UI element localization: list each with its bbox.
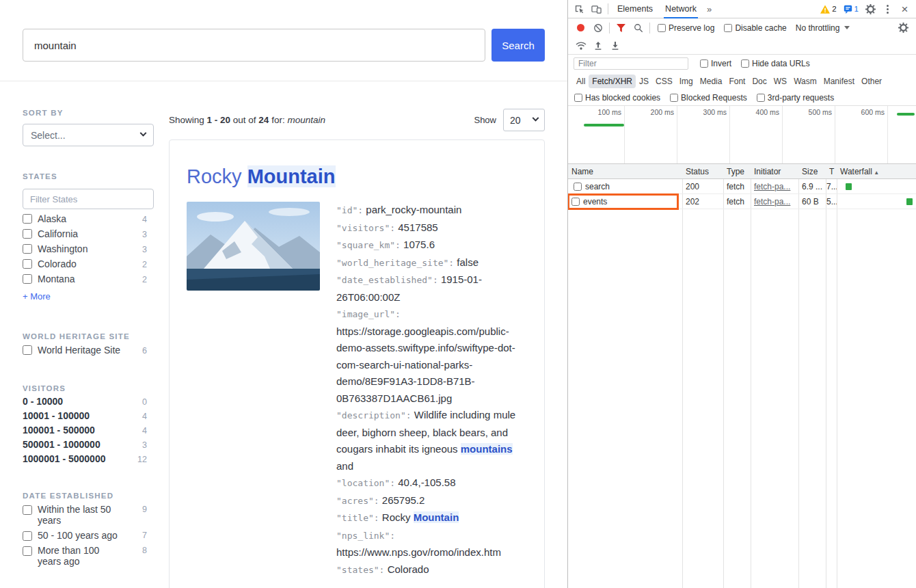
warnings-badge[interactable]: 2 bbox=[820, 5, 836, 14]
network-conditions-icon[interactable] bbox=[572, 37, 589, 54]
filter-chip-css[interactable]: CSS bbox=[652, 75, 676, 88]
date-established-checkbox[interactable] bbox=[23, 546, 32, 556]
state-filter-option[interactable]: Colorado2 bbox=[23, 258, 154, 269]
column-separator bbox=[826, 164, 826, 588]
facet-option-label: Washington bbox=[38, 243, 87, 254]
search-input[interactable] bbox=[23, 29, 485, 62]
page-size-select[interactable]: 20 bbox=[503, 109, 545, 131]
column-header-waterfall[interactable]: Waterfall ▲ bbox=[837, 167, 916, 176]
filter-chip-js[interactable]: JS bbox=[636, 75, 652, 88]
filter-chip-ws[interactable]: WS bbox=[770, 75, 790, 88]
result-title-link[interactable]: Rocky Mountain bbox=[187, 165, 527, 188]
show-label: Show bbox=[474, 115, 496, 125]
column-header-name[interactable]: Name bbox=[568, 167, 682, 176]
search-button[interactable]: Search bbox=[491, 29, 545, 62]
filter-chip-media[interactable]: Media bbox=[697, 75, 726, 88]
export-har-icon[interactable] bbox=[606, 37, 623, 54]
state-filter-checkbox[interactable] bbox=[23, 274, 32, 284]
date-established-option[interactable]: 50 - 100 years ago7 bbox=[23, 530, 154, 541]
field-value: https://storage.googleapis.com/public-de… bbox=[336, 325, 515, 404]
column-header-size[interactable]: Size bbox=[798, 167, 826, 176]
state-filter-checkbox[interactable] bbox=[23, 244, 32, 254]
field-value: park_rocky-mountain bbox=[366, 204, 461, 215]
checkbox[interactable] bbox=[670, 94, 678, 102]
has-blocked-cookies-checkbox[interactable]: Has blocked cookies bbox=[574, 93, 660, 103]
3rd-party-requests-checkbox[interactable]: 3rd-party requests bbox=[757, 93, 834, 103]
issues-badge[interactable]: 1 bbox=[844, 5, 859, 14]
time-cell: 7... bbox=[826, 182, 837, 191]
more-tabs-icon[interactable]: » bbox=[703, 4, 716, 14]
filter-chip-wasm[interactable]: Wasm bbox=[790, 75, 820, 88]
visitors-range-option[interactable]: 10001 - 1000004 bbox=[23, 410, 154, 421]
visitors-range-option[interactable]: 1000001 - 500000012 bbox=[23, 453, 154, 464]
visitors-range-option[interactable]: 100001 - 5000004 bbox=[23, 425, 154, 436]
invert-checkbox[interactable]: Invert bbox=[700, 59, 731, 68]
column-header-status[interactable]: Status bbox=[682, 167, 723, 176]
filter-chip-img[interactable]: Img bbox=[676, 75, 697, 88]
column-separator bbox=[837, 164, 837, 588]
kebab-menu-icon[interactable] bbox=[879, 1, 896, 18]
network-request-row[interactable]: events202fetchfetch-pa...60 B5... bbox=[568, 194, 916, 209]
visitors-range-option[interactable]: 0 - 100000 bbox=[23, 396, 154, 407]
world-heritage-option[interactable]: World Heritage Site6 bbox=[23, 345, 154, 356]
state-filter-checkbox[interactable] bbox=[23, 214, 32, 224]
clear-icon[interactable] bbox=[589, 19, 606, 36]
close-icon[interactable]: × bbox=[896, 1, 913, 18]
hide-data-urls-checkbox[interactable]: Hide data URLs bbox=[741, 59, 810, 68]
checkbox[interactable] bbox=[658, 24, 666, 32]
checkbox[interactable] bbox=[741, 59, 749, 68]
blocked-requests-checkbox[interactable]: Blocked Requests bbox=[670, 93, 747, 103]
initiator-cell[interactable]: fetch-pa... bbox=[751, 197, 798, 206]
network-filter-input[interactable] bbox=[574, 57, 688, 70]
filter-chip-doc[interactable]: Doc bbox=[749, 75, 770, 88]
state-filter-option[interactable]: Alaska4 bbox=[23, 213, 154, 224]
checkbox[interactable] bbox=[757, 94, 765, 102]
filter-chip-other[interactable]: Other bbox=[858, 75, 885, 88]
filter-funnel-icon[interactable] bbox=[612, 19, 630, 36]
tab-elements[interactable]: Elements bbox=[611, 0, 659, 18]
tab-network[interactable]: Network bbox=[659, 0, 703, 18]
filter-chip-fetch-xhr[interactable]: Fetch/XHR bbox=[589, 75, 636, 88]
filter-chip-manifest[interactable]: Manifest bbox=[820, 75, 858, 88]
world-heritage-checkbox[interactable] bbox=[23, 345, 32, 355]
filter-chip-all[interactable]: All bbox=[573, 75, 589, 88]
search-icon[interactable] bbox=[630, 19, 647, 36]
date-established-checkbox[interactable] bbox=[23, 531, 32, 541]
network-overview-timeline[interactable]: 100 ms200 ms300 ms400 ms500 ms600 ms bbox=[568, 106, 916, 164]
filter-states-input[interactable] bbox=[23, 189, 154, 209]
waterfall-cell bbox=[837, 183, 916, 190]
state-filter-option[interactable]: Montana2 bbox=[23, 273, 154, 284]
date-established-option[interactable]: Within the last 50 years9 bbox=[23, 504, 154, 526]
network-request-row[interactable]: search200fetchfetch-pa...6.9 ...7... bbox=[568, 179, 916, 194]
result-field: "title": Rocky Mountain bbox=[336, 509, 527, 527]
network-settings-gear-icon[interactable] bbox=[895, 19, 912, 36]
record-icon[interactable] bbox=[572, 19, 589, 36]
preserve-log-checkbox[interactable]: Preserve log bbox=[658, 23, 714, 33]
visitors-range-option[interactable]: 500001 - 10000003 bbox=[23, 439, 154, 450]
settings-gear-icon[interactable] bbox=[862, 1, 879, 18]
state-filter-option[interactable]: California3 bbox=[23, 228, 154, 239]
state-filter-option[interactable]: Washington3 bbox=[23, 243, 154, 254]
import-har-icon[interactable] bbox=[589, 37, 606, 54]
date-established-option[interactable]: More than 100 years ago8 bbox=[23, 545, 154, 567]
throttling-select[interactable]: No throttling bbox=[796, 23, 850, 33]
checkbox[interactable] bbox=[574, 94, 582, 102]
checkbox[interactable] bbox=[724, 24, 732, 32]
column-header-type[interactable]: Type bbox=[723, 167, 751, 176]
inspect-element-icon[interactable] bbox=[571, 1, 588, 18]
column-header-initiator[interactable]: Initiator bbox=[751, 167, 798, 176]
date-established-checkbox[interactable] bbox=[23, 505, 32, 515]
sort-select[interactable]: Select... bbox=[23, 124, 154, 146]
request-checkbox[interactable] bbox=[574, 183, 582, 191]
more-states-link[interactable]: + More bbox=[23, 291, 51, 302]
filter-chip-font[interactable]: Font bbox=[725, 75, 749, 88]
facet-count: 4 bbox=[139, 214, 154, 224]
column-header-t[interactable]: T bbox=[826, 167, 837, 176]
checkbox[interactable] bbox=[700, 59, 708, 68]
request-checkbox[interactable] bbox=[571, 198, 580, 206]
state-filter-checkbox[interactable] bbox=[23, 259, 32, 269]
state-filter-checkbox[interactable] bbox=[23, 229, 32, 239]
device-toolbar-icon[interactable] bbox=[588, 1, 605, 18]
initiator-cell[interactable]: fetch-pa... bbox=[751, 182, 798, 191]
disable-cache-checkbox[interactable]: Disable cache bbox=[724, 23, 786, 33]
